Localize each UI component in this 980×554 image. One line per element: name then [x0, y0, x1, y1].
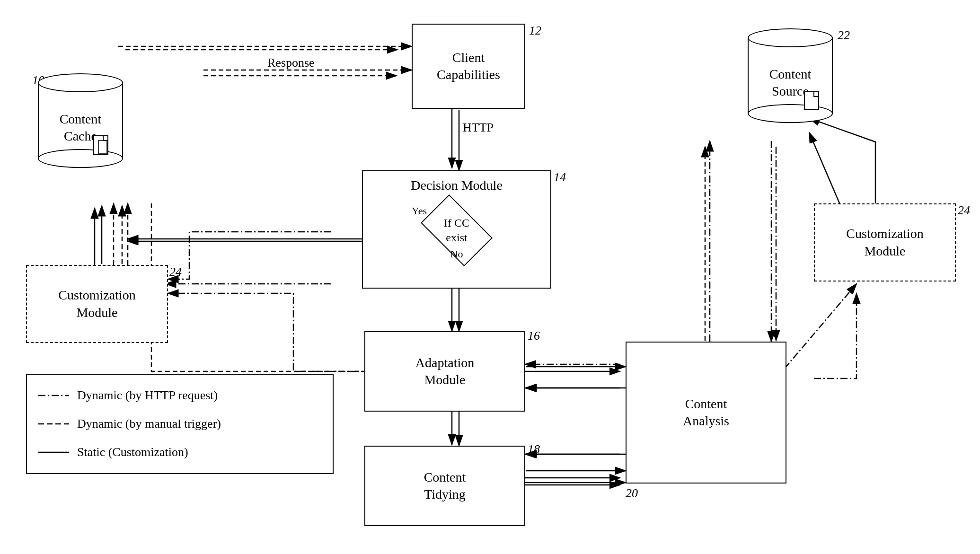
legend-box: Dynamic (by HTTP request) Dynamic (by ma…	[26, 374, 334, 474]
yes-label: Yes	[412, 204, 427, 218]
cyl-top-cache	[38, 73, 123, 92]
num-16: 16	[528, 329, 540, 343]
num-12: 12	[529, 24, 541, 38]
content-cache-cylinder: Content Cache	[38, 73, 123, 168]
content-analysis-label: Content Analysis	[683, 396, 729, 430]
svg-line-14	[776, 284, 856, 378]
legend-label-3: Static (Customization)	[77, 440, 188, 465]
legend-item-2: Dynamic (by manual trigger)	[38, 412, 321, 436]
adaptation-module-label: Adaptation Module	[415, 354, 474, 389]
cyl-body-source: Content Source	[748, 38, 833, 114]
no-label: No	[450, 247, 463, 261]
legend-item-1: Dynamic (by HTTP request)	[38, 383, 321, 408]
content-source-cylinder: Content Source	[748, 28, 833, 123]
legend-label-1: Dynamic (by HTTP request)	[77, 383, 218, 408]
legend-label-2: Dynamic (by manual trigger)	[77, 412, 221, 436]
decision-module-label: Decision Module	[363, 177, 550, 194]
doc-icon-source	[803, 90, 822, 114]
content-tidying-box: Content Tidying	[364, 446, 525, 526]
decision-module-box: Decision Module If CC exist Yes No	[362, 170, 551, 289]
cyl-body-cache: Content Cache	[38, 83, 123, 158]
svg-rect-25	[804, 92, 819, 110]
customization-left-label: Customization Module	[58, 287, 135, 321]
num-24-right: 24	[958, 203, 970, 218]
customization-left-box: Customization Module	[26, 265, 168, 343]
doc-icon	[93, 135, 113, 159]
num-24-left: 24	[169, 265, 182, 279]
response-label: Response	[267, 56, 315, 70]
num-20: 20	[626, 486, 638, 501]
legend-item-3: Static (Customization)	[38, 440, 321, 465]
content-tidying-label: Content Tidying	[424, 469, 466, 503]
diagram: Client Capabilities 12 Response HTTP Con…	[0, 0, 980, 554]
client-capabilities-box: Client Capabilities	[412, 24, 525, 109]
num-22: 22	[838, 28, 850, 43]
num-18: 18	[528, 442, 540, 457]
client-capabilities-label: Client Capabilities	[437, 49, 500, 84]
adaptation-module-box: Adaptation Module	[364, 331, 525, 412]
svg-rect-24	[98, 141, 107, 154]
if-cc-label: If CC exist	[433, 216, 480, 245]
num-14: 14	[554, 170, 566, 185]
cyl-top-source	[748, 28, 833, 47]
customization-right-label: Customization Module	[846, 225, 923, 260]
customization-right-box: Customization Module	[814, 203, 956, 281]
http-label: HTTP	[463, 121, 494, 135]
content-analysis-box: Content Analysis	[626, 342, 786, 484]
